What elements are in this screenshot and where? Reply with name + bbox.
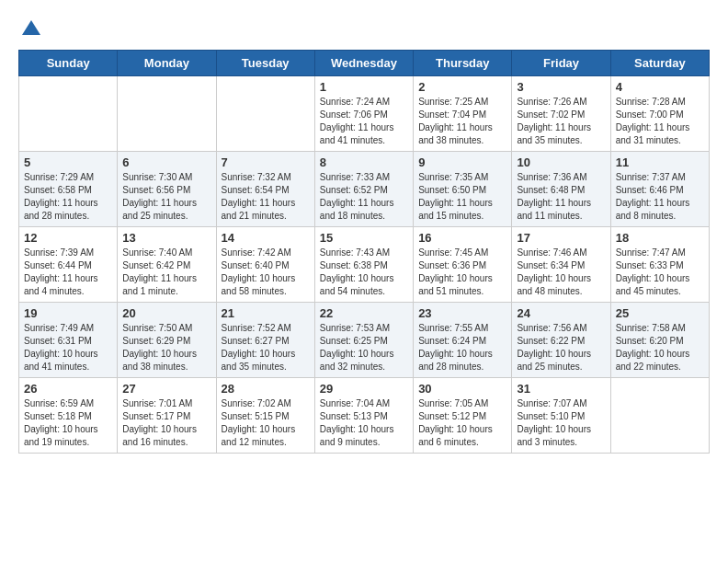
logo xyxy=(18,18,42,40)
day-number: 28 xyxy=(222,382,310,396)
calendar-cell xyxy=(216,76,314,152)
day-number: 21 xyxy=(222,306,310,320)
logo-icon xyxy=(20,18,42,40)
calendar-cell: 20Sunrise: 7:50 AM Sunset: 6:29 PM Dayli… xyxy=(118,303,216,378)
week-row-3: 12Sunrise: 7:39 AM Sunset: 6:44 PM Dayli… xyxy=(19,227,710,303)
calendar-cell xyxy=(19,76,118,152)
day-info: Sunrise: 7:58 AM Sunset: 6:20 PM Dayligh… xyxy=(616,322,704,373)
calendar-cell: 9Sunrise: 7:35 AM Sunset: 6:50 PM Daylig… xyxy=(414,152,512,227)
day-info: Sunrise: 7:30 AM Sunset: 6:56 PM Dayligh… xyxy=(122,171,210,223)
calendar-cell: 30Sunrise: 7:05 AM Sunset: 5:12 PM Dayli… xyxy=(414,378,512,454)
day-number: 5 xyxy=(24,155,112,169)
calendar-cell: 24Sunrise: 7:56 AM Sunset: 6:22 PM Dayli… xyxy=(512,303,610,378)
calendar-cell: 2Sunrise: 7:25 AM Sunset: 7:04 PM Daylig… xyxy=(414,76,512,152)
calendar-cell: 15Sunrise: 7:43 AM Sunset: 6:38 PM Dayli… xyxy=(314,227,413,303)
calendar-cell: 10Sunrise: 7:36 AM Sunset: 6:48 PM Dayli… xyxy=(512,152,610,227)
calendar-cell: 1Sunrise: 7:24 AM Sunset: 7:06 PM Daylig… xyxy=(314,76,413,152)
calendar-cell: 8Sunrise: 7:33 AM Sunset: 6:52 PM Daylig… xyxy=(314,152,413,227)
day-info: Sunrise: 7:53 AM Sunset: 6:25 PM Dayligh… xyxy=(320,322,408,373)
day-number: 16 xyxy=(418,231,506,245)
calendar-cell: 22Sunrise: 7:53 AM Sunset: 6:25 PM Dayli… xyxy=(314,303,413,378)
day-number: 19 xyxy=(24,306,112,320)
day-info: Sunrise: 7:25 AM Sunset: 7:04 PM Dayligh… xyxy=(418,96,506,147)
calendar-cell: 11Sunrise: 7:37 AM Sunset: 6:46 PM Dayli… xyxy=(610,152,709,227)
calendar-cell: 26Sunrise: 6:59 AM Sunset: 5:18 PM Dayli… xyxy=(19,378,118,454)
day-header-saturday: Saturday xyxy=(610,51,709,76)
day-number: 20 xyxy=(122,306,210,320)
day-info: Sunrise: 7:24 AM Sunset: 7:06 PM Dayligh… xyxy=(320,96,408,147)
week-row-5: 26Sunrise: 6:59 AM Sunset: 5:18 PM Dayli… xyxy=(19,378,710,454)
day-info: Sunrise: 7:33 AM Sunset: 6:52 PM Dayligh… xyxy=(320,171,408,223)
day-headers-row: SundayMondayTuesdayWednesdayThursdayFrid… xyxy=(19,51,710,76)
calendar-cell: 13Sunrise: 7:40 AM Sunset: 6:42 PM Dayli… xyxy=(118,227,216,303)
day-info: Sunrise: 7:28 AM Sunset: 7:00 PM Dayligh… xyxy=(616,96,704,147)
day-info: Sunrise: 7:50 AM Sunset: 6:29 PM Dayligh… xyxy=(122,322,210,373)
calendar-cell: 4Sunrise: 7:28 AM Sunset: 7:00 PM Daylig… xyxy=(610,76,709,152)
day-number: 17 xyxy=(517,231,605,245)
day-number: 13 xyxy=(122,231,210,245)
calendar-cell: 27Sunrise: 7:01 AM Sunset: 5:17 PM Dayli… xyxy=(118,378,216,454)
day-number: 18 xyxy=(616,231,704,245)
calendar-cell: 6Sunrise: 7:30 AM Sunset: 6:56 PM Daylig… xyxy=(118,152,216,227)
day-info: Sunrise: 7:29 AM Sunset: 6:58 PM Dayligh… xyxy=(24,171,112,223)
calendar-table: SundayMondayTuesdayWednesdayThursdayFrid… xyxy=(18,50,710,454)
calendar-cell: 14Sunrise: 7:42 AM Sunset: 6:40 PM Dayli… xyxy=(216,227,314,303)
day-header-tuesday: Tuesday xyxy=(216,51,314,76)
calendar-cell: 19Sunrise: 7:49 AM Sunset: 6:31 PM Dayli… xyxy=(19,303,118,378)
calendar-cell xyxy=(118,76,216,152)
day-info: Sunrise: 7:49 AM Sunset: 6:31 PM Dayligh… xyxy=(24,322,112,373)
day-number: 23 xyxy=(418,306,506,320)
day-info: Sunrise: 7:39 AM Sunset: 6:44 PM Dayligh… xyxy=(24,247,112,298)
calendar-cell: 18Sunrise: 7:47 AM Sunset: 6:33 PM Dayli… xyxy=(610,227,709,303)
day-header-friday: Friday xyxy=(512,51,610,76)
day-number: 15 xyxy=(320,231,408,245)
day-info: Sunrise: 7:36 AM Sunset: 6:48 PM Dayligh… xyxy=(517,171,605,223)
week-row-1: 1Sunrise: 7:24 AM Sunset: 7:06 PM Daylig… xyxy=(19,76,710,152)
day-info: Sunrise: 7:52 AM Sunset: 6:27 PM Dayligh… xyxy=(222,322,310,373)
day-info: Sunrise: 6:59 AM Sunset: 5:18 PM Dayligh… xyxy=(24,397,112,449)
day-number: 26 xyxy=(24,382,112,396)
day-number: 6 xyxy=(122,155,210,169)
day-number: 30 xyxy=(418,382,506,396)
calendar-cell xyxy=(610,378,709,454)
day-number: 1 xyxy=(320,80,408,94)
day-info: Sunrise: 7:02 AM Sunset: 5:15 PM Dayligh… xyxy=(222,397,310,449)
day-header-wednesday: Wednesday xyxy=(314,51,413,76)
day-number: 9 xyxy=(418,155,506,169)
day-info: Sunrise: 7:05 AM Sunset: 5:12 PM Dayligh… xyxy=(418,397,506,449)
day-info: Sunrise: 7:32 AM Sunset: 6:54 PM Dayligh… xyxy=(222,171,310,223)
calendar-cell: 16Sunrise: 7:45 AM Sunset: 6:36 PM Dayli… xyxy=(414,227,512,303)
day-number: 12 xyxy=(24,231,112,245)
day-info: Sunrise: 7:43 AM Sunset: 6:38 PM Dayligh… xyxy=(320,247,408,298)
day-number: 7 xyxy=(222,155,310,169)
day-number: 25 xyxy=(616,306,704,320)
calendar-cell: 29Sunrise: 7:04 AM Sunset: 5:13 PM Dayli… xyxy=(314,378,413,454)
calendar-cell: 5Sunrise: 7:29 AM Sunset: 6:58 PM Daylig… xyxy=(19,152,118,227)
calendar-cell: 7Sunrise: 7:32 AM Sunset: 6:54 PM Daylig… xyxy=(216,152,314,227)
day-header-monday: Monday xyxy=(118,51,216,76)
day-info: Sunrise: 7:07 AM Sunset: 5:10 PM Dayligh… xyxy=(517,397,605,449)
calendar-cell: 23Sunrise: 7:55 AM Sunset: 6:24 PM Dayli… xyxy=(414,303,512,378)
day-number: 31 xyxy=(517,382,605,396)
day-number: 29 xyxy=(320,382,408,396)
week-row-2: 5Sunrise: 7:29 AM Sunset: 6:58 PM Daylig… xyxy=(19,152,710,227)
day-info: Sunrise: 7:42 AM Sunset: 6:40 PM Dayligh… xyxy=(222,247,310,298)
day-info: Sunrise: 7:56 AM Sunset: 6:22 PM Dayligh… xyxy=(517,322,605,373)
day-info: Sunrise: 7:35 AM Sunset: 6:50 PM Dayligh… xyxy=(418,171,506,223)
day-info: Sunrise: 7:26 AM Sunset: 7:02 PM Dayligh… xyxy=(517,96,605,147)
week-row-4: 19Sunrise: 7:49 AM Sunset: 6:31 PM Dayli… xyxy=(19,303,710,378)
day-header-sunday: Sunday xyxy=(19,51,118,76)
day-number: 10 xyxy=(517,155,605,169)
day-info: Sunrise: 7:45 AM Sunset: 6:36 PM Dayligh… xyxy=(418,247,506,298)
calendar-cell: 25Sunrise: 7:58 AM Sunset: 6:20 PM Dayli… xyxy=(610,303,709,378)
calendar-cell: 12Sunrise: 7:39 AM Sunset: 6:44 PM Dayli… xyxy=(19,227,118,303)
day-number: 2 xyxy=(418,80,506,94)
day-number: 22 xyxy=(320,306,408,320)
calendar-cell: 3Sunrise: 7:26 AM Sunset: 7:02 PM Daylig… xyxy=(512,76,610,152)
day-info: Sunrise: 7:40 AM Sunset: 6:42 PM Dayligh… xyxy=(122,247,210,298)
calendar-cell: 31Sunrise: 7:07 AM Sunset: 5:10 PM Dayli… xyxy=(512,378,610,454)
page-header xyxy=(18,18,710,40)
day-number: 14 xyxy=(222,231,310,245)
calendar-cell: 17Sunrise: 7:46 AM Sunset: 6:34 PM Dayli… xyxy=(512,227,610,303)
day-info: Sunrise: 7:37 AM Sunset: 6:46 PM Dayligh… xyxy=(616,171,704,223)
